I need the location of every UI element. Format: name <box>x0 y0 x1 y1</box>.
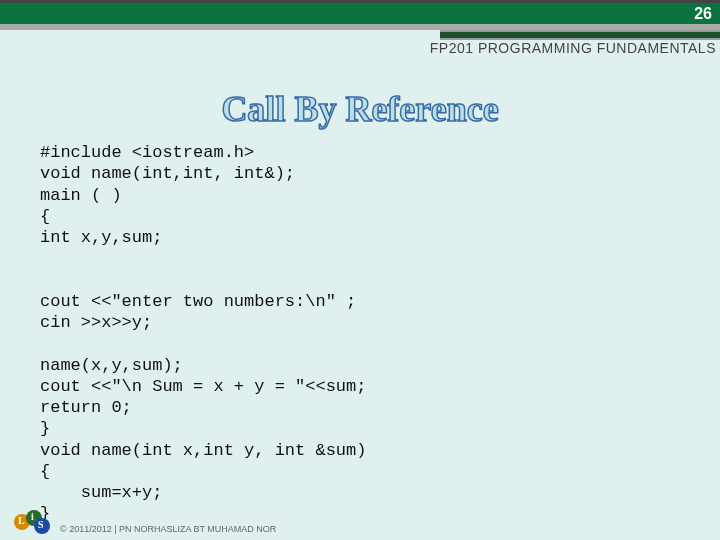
course-label: FP201 PROGRAMMING FUNDAMENTALS <box>430 40 716 56</box>
page-number: 26 <box>694 5 712 23</box>
code-block: #include <iostream.h> void name(int,int,… <box>40 142 720 525</box>
green-stripe <box>440 30 720 40</box>
logo-letter-b: i <box>31 511 34 522</box>
logo-letter-c: S <box>38 519 44 530</box>
logo-letter-a: L <box>18 515 25 526</box>
logo-circle-3: S <box>34 518 50 534</box>
header-bar: 26 <box>0 0 720 24</box>
footer-copyright: © 2011/2012 | PN NORHASLIZA BT MUHAMAD N… <box>60 524 276 534</box>
logo: L i S <box>14 510 54 536</box>
slide-title: Call By Reference <box>0 88 720 130</box>
